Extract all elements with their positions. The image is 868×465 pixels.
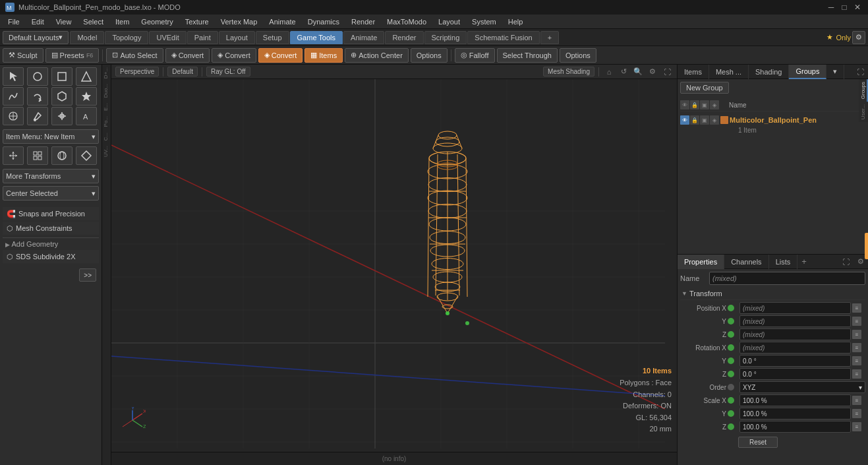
group-lock-icon[interactable]: 🔒 [690,115,699,125]
snaps-precision-btn[interactable]: 🧲 Snaps and Precision [3,207,99,220]
props-tab-properties[interactable]: Properties [678,255,724,269]
menu-item[interactable]: Item [110,16,134,27]
more-transforms-dropdown[interactable]: More Transforms ▾ [3,169,99,183]
props-tab-lists[interactable]: Lists [769,255,798,269]
tab-groups-dropdown[interactable]: ▾ [826,65,844,79]
tab-scripting[interactable]: Scripting [424,31,467,44]
menu-help[interactable]: Help [503,16,529,27]
tool-rect[interactable] [51,67,72,86]
tool-transform[interactable] [51,107,72,125]
convert1-btn[interactable]: ◈ Convert [165,48,210,63]
rot-z-value[interactable]: 0.0 ° [739,368,851,380]
tab-paint[interactable]: Paint [187,31,218,44]
menu-texture[interactable]: Texture [180,16,214,27]
pos-z-slider[interactable]: ≡ [852,330,861,339]
falloff-btn[interactable]: ◎ Falloff [455,48,495,63]
tab-layout[interactable]: Layout [219,31,255,44]
tab-add[interactable]: + [540,31,559,44]
menu-select[interactable]: Select [78,16,109,27]
minimize-btn[interactable]: ─ [826,2,836,13]
menu-geometry[interactable]: Geometry [136,16,178,27]
tool-select[interactable] [3,67,24,86]
scale-x-slider[interactable]: ≡ [852,396,861,405]
group-eye-icon[interactable]: 👁 [680,115,689,125]
tool-hex[interactable] [51,87,72,106]
convert2-btn[interactable]: ◈ Convert [212,48,256,63]
tool-paint[interactable] [27,107,48,125]
rot-y-slider[interactable]: ≡ [852,356,861,365]
scale-z-slider[interactable]: ≡ [852,422,861,431]
tab-uvedit[interactable]: UVEdit [149,31,186,44]
tool-sphere[interactable] [51,146,72,165]
mesh-shading-btn[interactable]: Mesh Shading [543,67,594,77]
options2-btn[interactable]: Options [560,48,596,63]
pos-x-slider[interactable]: ≡ [852,303,861,313]
presets-btn[interactable]: ▤ Presets F6 [45,48,100,63]
menu-maxtomodo[interactable]: MaxToModo [382,16,432,27]
menu-view[interactable]: View [51,16,77,27]
strip-tab-groups[interactable]: Groups [859,79,868,102]
reset-btn[interactable]: Reset [738,437,778,448]
center-selected-dropdown[interactable]: Center Selected ▾ [3,186,99,201]
pos-z-value[interactable]: (mixed) [739,328,851,340]
sculpt-btn[interactable]: ⚒ Sculpt [3,48,43,63]
menu-system[interactable]: System [467,16,502,27]
menu-layout[interactable]: Layout [433,16,465,27]
tab-items[interactable]: Items [678,65,709,79]
menu-vertexmap[interactable]: Vertex Map [216,16,263,27]
tool-freeform[interactable] [3,87,24,106]
scale-x-value[interactable]: 100.0 % [739,394,851,406]
viewport-zoom-btn[interactable]: 🔍 [632,66,644,78]
default-layouts-dropdown[interactable]: Default Layouts ▾ [3,31,69,44]
new-group-btn[interactable]: New Group [680,82,729,94]
viewport-home-btn[interactable]: ⌂ [603,66,615,78]
select-through-btn[interactable]: Select Through [497,48,558,63]
ray-gl-btn[interactable]: Ray GL: Off [206,67,250,77]
strip-tab-user[interactable]: User... [859,102,868,122]
convert3-btn[interactable]: ◈ Convert [258,48,303,63]
right-panel-expand-btn[interactable]: ⛶ [844,67,868,77]
item-menu-dropdown[interactable]: Item Menu: New Item ▾ [3,129,99,144]
rot-z-slider[interactable]: ≡ [852,369,861,379]
maximize-btn[interactable]: □ [839,2,850,13]
options1-btn[interactable]: Options [411,48,448,63]
tool-circle[interactable] [27,67,48,86]
auto-select-btn[interactable]: ⊡ Auto Select [106,48,163,63]
menu-dynamics[interactable]: Dynamics [303,16,345,27]
sds-subdivide-btn[interactable]: ⬡ SDS Subdivide 2X [3,250,99,263]
transform-header[interactable]: ▼ Transform [680,288,865,300]
scale-z-value[interactable]: 100.0 % [739,421,851,433]
rot-y-value[interactable]: 0.0 ° [739,355,851,367]
tab-game-tools[interactable]: Game Tools [290,31,343,44]
group-name[interactable]: Multicolor_Ballpoint_Pen [730,116,817,124]
rot-x-slider[interactable]: ≡ [852,343,861,352]
order-dropdown[interactable]: XYZ ▾ [739,381,865,393]
viewport-maximize-btn[interactable]: ⛶ [661,66,673,78]
perspective-btn[interactable]: Perspective [115,67,159,77]
tool-mesh[interactable] [3,107,24,125]
expand-btn[interactable]: >> [79,268,96,282]
tab-schematic[interactable]: Schematic Fusion [467,31,539,44]
tool-diamond[interactable] [76,146,97,165]
tab-groups[interactable]: Groups [789,65,826,79]
tab-model[interactable]: Model [70,31,104,44]
menu-render[interactable]: Render [346,16,380,27]
props-expand-btn[interactable]: ⛶ [838,257,854,267]
tab-render[interactable]: Render [385,31,423,44]
rot-x-value[interactable]: (mixed) [739,342,851,354]
menu-animate[interactable]: Animate [264,16,301,27]
props-tab-add[interactable]: + [799,257,809,266]
tab-setup[interactable]: Setup [256,31,289,44]
props-tab-channels[interactable]: Channels [724,255,768,269]
pos-y-slider[interactable]: ≡ [852,317,861,326]
menu-edit[interactable]: Edit [26,16,49,27]
layout-settings-btn[interactable]: ⚙ [852,31,865,44]
tool-rotate[interactable] [27,87,48,106]
close-btn[interactable]: ✕ [852,2,863,13]
viewport-canvas[interactable]: 10 Items Polygons : Face Channels: 0 Def… [111,79,677,452]
tool-star[interactable] [76,87,97,106]
scale-y-value[interactable]: 100.0 % [739,408,851,419]
tool-move[interactable] [3,146,24,165]
name-value[interactable]: (mixed) [709,272,865,285]
tool-triangle[interactable] [76,67,97,86]
